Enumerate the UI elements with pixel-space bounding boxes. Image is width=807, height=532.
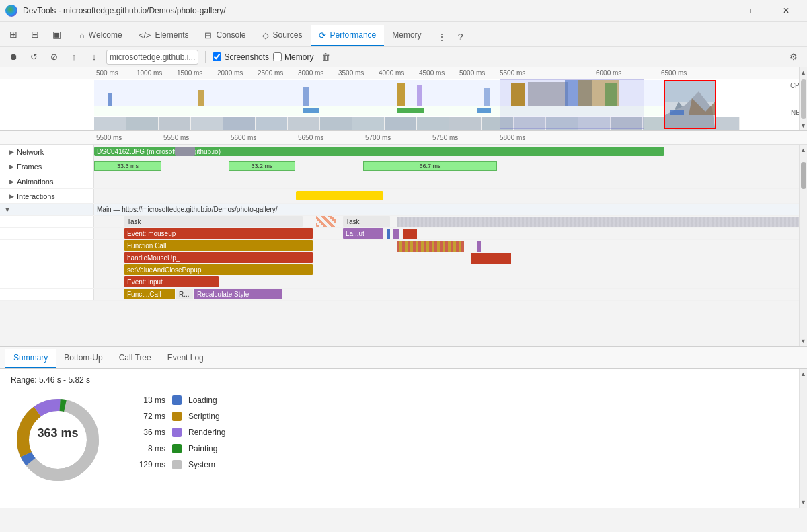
handle-mouseup-bar[interactable]: handleMouseUp_: [124, 252, 313, 263]
interactions-track-label: ▶ Interactions: [0, 189, 94, 203]
track-network: ▶ Network DSC04162.JPG (microsoftedge.gi…: [0, 145, 799, 159]
maximize-button[interactable]: □: [737, 0, 768, 22]
r-bar[interactable]: R...: [176, 289, 193, 299]
title-text: DevTools - microsoftedge.github.io/Demos…: [23, 6, 698, 15]
url-display: microsoftedge.github.i...: [106, 50, 198, 65]
mini-thumb-1: [94, 117, 126, 131]
ruler-tick-5500: 5500 ms: [500, 69, 525, 77]
record-button[interactable]: ⏺: [5, 49, 22, 65]
tab-call-tree[interactable]: Call Tree: [111, 349, 159, 368]
cancel-button[interactable]: ⊘: [46, 49, 62, 65]
panel-button[interactable]: ▣: [47, 25, 66, 44]
separator-1: [205, 51, 206, 63]
track-tick-5500: 5500 ms: [96, 134, 122, 141]
flame-content-7: Funct...Call R... Recalculate Style: [94, 289, 799, 300]
screenshots-checkbox-label[interactable]: Screenshots: [213, 52, 269, 62]
more-tabs-button[interactable]: ⋮: [432, 28, 451, 46]
screenshots-checkbox[interactable]: [213, 52, 221, 61]
donut-chart: 363 ms: [11, 393, 105, 487]
system-label: System: [188, 460, 215, 469]
painting-label: Painting: [188, 444, 217, 453]
timeline-overview[interactable]: 500 ms 1000 ms 1500 ms 2000 ms 2500 ms 3…: [0, 67, 807, 131]
task-bar-2[interactable]: Task: [343, 216, 390, 227]
painting-color: [172, 444, 182, 453]
memory-checkbox-label[interactable]: Memory: [273, 52, 313, 62]
tab-performance[interactable]: ⟳ Performance: [311, 25, 385, 46]
sources-icon: ◇: [262, 30, 269, 40]
tracks-scroll-up[interactable]: ▲: [800, 145, 806, 155]
layout-bar[interactable]: La...ut: [343, 228, 383, 239]
tracks-scrollbar: ▲ ▼: [799, 145, 807, 346]
tab-summary[interactable]: Summary: [5, 349, 56, 368]
mixed-bars: [397, 241, 464, 252]
track-tick-5800: 5800 ms: [500, 134, 525, 141]
download-button[interactable]: ↓: [86, 49, 102, 65]
close-button[interactable]: ✕: [771, 0, 802, 22]
tracks-area: ▶ Network DSC04162.JPG (microsoftedge.gi…: [0, 145, 799, 346]
scroll-down-arrow[interactable]: ▼: [800, 120, 806, 131]
devtools-tabs: ⌂ Welcome </> Elements ⊟ Console ◇ Sourc…: [69, 22, 803, 46]
tracks-with-scrollbar: ▶ Network DSC04162.JPG (microsoftedge.gi…: [0, 145, 807, 346]
recalc-style-bar[interactable]: Recalculate Style: [194, 289, 282, 299]
ruler-tick-4000: 4000 ms: [379, 69, 404, 77]
svg-rect-19: [670, 110, 684, 115]
function-call-bar[interactable]: Function Call: [124, 240, 313, 251]
minimize-button[interactable]: —: [703, 0, 734, 22]
scroll-up-arrow[interactable]: ▲: [800, 67, 806, 78]
ruler-tick-3000: 3000 ms: [298, 69, 323, 77]
legend-loading: 13 ms Loading: [132, 395, 225, 405]
delete-button[interactable]: 🗑: [317, 49, 334, 65]
perf-toolbar: ⏺ ↺ ⊘ ↑ ↓ microsoftedge.github.i... Scre…: [0, 47, 807, 67]
event-input-bar[interactable]: Event: input: [124, 276, 219, 287]
event-mouseup-bar[interactable]: Event: mouseup: [124, 228, 313, 239]
settings-button[interactable]: ⚙: [785, 49, 802, 65]
ruler-tick-1500: 1500 ms: [177, 69, 202, 77]
tracks-scroll-thumb[interactable]: [801, 162, 806, 189]
tab-welcome[interactable]: ⌂ Welcome: [71, 25, 130, 46]
funct-call-bar[interactable]: Funct...Call: [124, 289, 175, 299]
tab-bottom-up[interactable]: Bottom-Up: [56, 349, 110, 368]
memory-checkbox[interactable]: [273, 52, 282, 61]
tracks-scroll-down[interactable]: ▼: [800, 336, 806, 346]
rendering-color: [172, 428, 182, 437]
flame-label-7: [0, 289, 94, 300]
dock-button[interactable]: ⊟: [26, 25, 44, 44]
svg-rect-15: [665, 81, 715, 102]
task-bar-1[interactable]: Task: [124, 216, 303, 227]
tab-sources[interactable]: ◇ Sources: [254, 25, 311, 46]
track-ruler: 5500 ms 5550 ms 5600 ms 5650 ms 5700 ms …: [0, 131, 807, 145]
track-frames: ▶ Frames 33.3 ms 33.2 ms 66.7 ms: [0, 159, 799, 174]
svg-rect-4: [417, 85, 422, 106]
svg-rect-2: [303, 87, 309, 106]
window-controls: — □ ✕: [703, 0, 802, 22]
flame-row-2: Event: mouseup La...ut: [0, 228, 799, 240]
svg-rect-13: [477, 108, 491, 113]
animations-track-label: ▶ Animations: [0, 174, 94, 188]
set-value-bar[interactable]: setValueAndClosePopup: [124, 264, 313, 275]
help-button[interactable]: ?: [451, 28, 470, 46]
animations-arrow[interactable]: ▶: [9, 178, 14, 185]
interactions-arrow[interactable]: ▶: [9, 193, 14, 200]
flame-row-1: Task Task: [0, 216, 799, 228]
new-tab-button[interactable]: ⊞: [4, 25, 23, 44]
tab-console[interactable]: ⊟ Console: [196, 25, 254, 46]
upload-button[interactable]: ↑: [66, 49, 82, 65]
mini-thumb-10: [385, 117, 417, 131]
tab-elements[interactable]: </> Elements: [130, 25, 197, 46]
svg-rect-11: [303, 108, 319, 113]
reload-record-button[interactable]: ↺: [26, 49, 42, 65]
main-arrow[interactable]: ▼: [4, 206, 11, 213]
legend-painting: 8 ms Painting: [132, 444, 225, 453]
bottom-scroll-up[interactable]: ▲: [800, 369, 806, 379]
bottom-scroll-down[interactable]: ▼: [800, 497, 806, 508]
scroll-thumb-overview[interactable]: [801, 79, 806, 119]
network-track-label: ▶ Network: [0, 145, 94, 159]
main-thread-url: Main — https://microsoftedge.github.io/D…: [94, 204, 799, 215]
tab-event-log[interactable]: Event Log: [159, 349, 212, 368]
ruler-tick-1000: 1000 ms: [137, 69, 162, 77]
range-text: Range: 5.46 s - 5.82 s: [11, 375, 788, 385]
tab-memory[interactable]: Memory: [384, 25, 429, 46]
frames-arrow[interactable]: ▶: [9, 163, 14, 170]
track-interactions: ▶ Interactions: [0, 189, 799, 204]
network-arrow[interactable]: ▶: [9, 149, 14, 155]
